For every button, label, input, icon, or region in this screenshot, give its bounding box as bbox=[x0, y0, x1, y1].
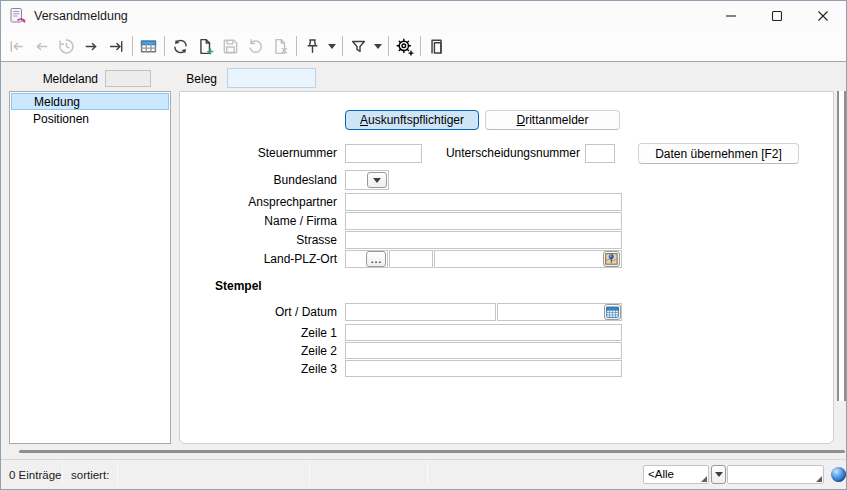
zeile1-input[interactable] bbox=[345, 324, 622, 341]
filter-icon[interactable] bbox=[346, 34, 371, 58]
undo-icon[interactable] bbox=[243, 34, 268, 58]
entries-count: 0 Einträge bbox=[9, 469, 61, 481]
drittanmelder-button[interactable]: Drittanmelder bbox=[485, 110, 620, 130]
pin-icon[interactable] bbox=[300, 34, 325, 58]
field-selector-combo[interactable]: <Alle Felder> bbox=[643, 465, 709, 484]
toolbar bbox=[1, 31, 846, 62]
zeile1-label: Zeile 1 bbox=[180, 324, 337, 342]
land-browse-button[interactable]: … bbox=[366, 251, 386, 267]
refresh-icon[interactable] bbox=[168, 34, 193, 58]
settings-add-icon[interactable] bbox=[392, 34, 417, 58]
globe-icon[interactable] bbox=[831, 467, 846, 482]
statusbar: 0 Einträge sortiert: <Alle Felder> bbox=[1, 459, 846, 489]
sidebar-list: Meldung Positionen bbox=[9, 91, 171, 444]
chevron-down-icon bbox=[373, 178, 381, 183]
next-record-icon[interactable] bbox=[79, 34, 104, 58]
main-form-panel: Auskunftspflichtiger Drittanmelder Steue… bbox=[179, 91, 834, 444]
window-controls bbox=[708, 1, 846, 31]
name-firma-label: Name / Firma bbox=[180, 212, 337, 230]
field-selector-dropdown-button[interactable] bbox=[711, 465, 726, 484]
zeile3-input[interactable] bbox=[345, 360, 622, 377]
beleg-label: Beleg bbox=[157, 71, 217, 88]
bundesland-label: Bundesland bbox=[180, 171, 337, 189]
first-record-icon[interactable] bbox=[4, 34, 29, 58]
app-window: Versandmeldung bbox=[0, 0, 847, 490]
statusbar-separator bbox=[62, 463, 63, 485]
sidebar-item-meldung[interactable]: Meldung bbox=[11, 93, 169, 110]
toolbar-separator bbox=[388, 36, 389, 56]
statusbar-separator bbox=[427, 463, 428, 485]
new-record-icon[interactable] bbox=[193, 34, 218, 58]
plz-input[interactable] bbox=[389, 250, 433, 268]
land-plz-ort-label: Land-PLZ-Ort bbox=[180, 250, 337, 268]
calendar-icon[interactable] bbox=[604, 304, 621, 320]
sorted-label: sortiert: bbox=[71, 469, 109, 481]
statusbar-separator bbox=[309, 463, 310, 485]
ansprechpartner-label: Ansprechpartner bbox=[180, 193, 337, 211]
strasse-label: Strasse bbox=[180, 231, 337, 249]
statusbar-separator bbox=[117, 463, 118, 485]
map-pin-icon[interactable] bbox=[603, 251, 620, 267]
ort-datum-label: Ort / Datum bbox=[180, 303, 337, 321]
vertical-scrollbar[interactable] bbox=[837, 91, 846, 401]
zeile3-label: Zeile 3 bbox=[180, 360, 337, 378]
exit-door-icon[interactable] bbox=[424, 34, 449, 58]
save-icon[interactable] bbox=[218, 34, 243, 58]
steuernummer-input[interactable] bbox=[345, 144, 422, 163]
toolbar-separator bbox=[296, 36, 297, 56]
auskunftspflichtiger-button[interactable]: Auskunftspflichtiger bbox=[345, 110, 479, 130]
unterscheidungsnummer-input[interactable] bbox=[585, 144, 615, 163]
quick-search-field[interactable] bbox=[727, 465, 824, 484]
window-title: Versandmeldung bbox=[34, 9, 128, 23]
pin-dropdown-icon[interactable] bbox=[325, 34, 339, 58]
filter-dropdown-icon[interactable] bbox=[371, 34, 385, 58]
titlebar: Versandmeldung bbox=[1, 1, 846, 31]
bundesland-dropdown-button[interactable] bbox=[367, 172, 387, 188]
minimize-button[interactable] bbox=[708, 1, 754, 31]
stempel-ort-input[interactable] bbox=[345, 303, 496, 321]
ort-input[interactable] bbox=[434, 250, 622, 268]
toolbar-separator bbox=[342, 36, 343, 56]
zeile2-input[interactable] bbox=[345, 342, 622, 359]
name-firma-input[interactable] bbox=[345, 212, 622, 230]
last-record-icon[interactable] bbox=[104, 34, 129, 58]
previous-record-icon[interactable] bbox=[29, 34, 54, 58]
table-view-icon[interactable] bbox=[136, 34, 161, 58]
meldeland-input[interactable] bbox=[105, 70, 151, 87]
toolbar-separator bbox=[164, 36, 165, 56]
delete-record-icon[interactable] bbox=[268, 34, 293, 58]
zeile2-label: Zeile 2 bbox=[180, 342, 337, 360]
ansprechpartner-input[interactable] bbox=[345, 193, 622, 211]
document-send-icon bbox=[9, 7, 27, 25]
strasse-input[interactable] bbox=[345, 231, 622, 249]
unterscheidungsnummer-label: Unterscheidungsnummer bbox=[440, 144, 580, 162]
horizontal-scrollbar[interactable] bbox=[19, 450, 845, 453]
daten-uebernehmen-button[interactable]: Daten übernehmen [F2] bbox=[638, 143, 799, 164]
meldeland-label: Meldeland bbox=[21, 71, 98, 88]
history-undo-icon[interactable] bbox=[54, 34, 79, 58]
stempel-section-header: Stempel bbox=[215, 279, 262, 293]
maximize-button[interactable] bbox=[754, 1, 800, 31]
sidebar-item-positionen[interactable]: Positionen bbox=[11, 111, 169, 128]
close-button[interactable] bbox=[800, 1, 846, 31]
steuernummer-label: Steuernummer bbox=[180, 144, 337, 162]
toolbar-separator bbox=[132, 36, 133, 56]
beleg-input[interactable] bbox=[227, 68, 316, 88]
chevron-down-icon bbox=[715, 472, 723, 477]
toolbar-separator bbox=[420, 36, 421, 56]
